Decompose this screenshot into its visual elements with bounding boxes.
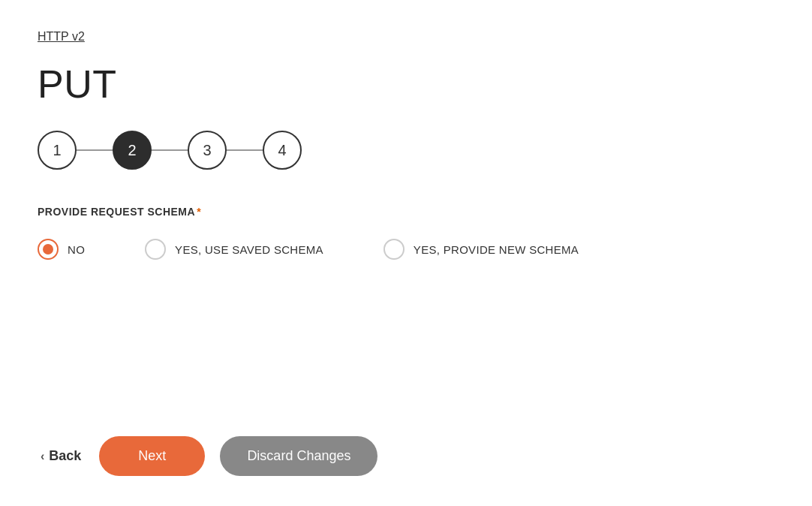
radio-option-no[interactable]: NO bbox=[38, 239, 85, 260]
step-1[interactable]: 1 bbox=[38, 131, 77, 170]
footer-actions: ‹ Back Next Discard Changes bbox=[38, 436, 377, 476]
step-3[interactable]: 3 bbox=[188, 131, 227, 170]
breadcrumb-link[interactable]: HTTP v2 bbox=[38, 30, 85, 44]
back-button[interactable]: ‹ Back bbox=[38, 442, 84, 470]
radio-label-yes-saved: YES, USE SAVED SCHEMA bbox=[175, 243, 323, 256]
discard-button[interactable]: Discard Changes bbox=[220, 436, 377, 476]
step-connector-2 bbox=[152, 149, 188, 151]
radio-inner-no bbox=[43, 244, 53, 255]
page-title: PUT bbox=[38, 62, 774, 107]
step-4[interactable]: 4 bbox=[263, 131, 302, 170]
step-connector-1 bbox=[77, 149, 113, 151]
next-button[interactable]: Next bbox=[99, 436, 205, 476]
required-asterisk: * bbox=[197, 206, 201, 218]
back-label: Back bbox=[49, 448, 81, 464]
radio-option-yes-saved[interactable]: YES, USE SAVED SCHEMA bbox=[145, 239, 323, 260]
radio-button-yes-saved[interactable] bbox=[145, 239, 166, 260]
radio-label-no: NO bbox=[68, 243, 85, 256]
stepper: 1 2 3 4 bbox=[38, 131, 774, 170]
radio-label-yes-new: YES, PROVIDE NEW SCHEMA bbox=[414, 243, 579, 256]
step-2[interactable]: 2 bbox=[113, 131, 152, 170]
radio-option-yes-new[interactable]: YES, PROVIDE NEW SCHEMA bbox=[383, 239, 579, 260]
radio-button-yes-new[interactable] bbox=[383, 239, 404, 260]
back-chevron-icon: ‹ bbox=[41, 450, 44, 463]
section-label: PROVIDE REQUEST SCHEMA* bbox=[38, 206, 774, 218]
radio-group: NO YES, USE SAVED SCHEMA YES, PROVIDE NE… bbox=[38, 239, 774, 260]
radio-button-no[interactable] bbox=[38, 239, 59, 260]
page-container: HTTP v2 PUT 1 2 3 4 PROVIDE REQUEST SCHE… bbox=[0, 0, 812, 506]
step-connector-3 bbox=[227, 149, 263, 151]
